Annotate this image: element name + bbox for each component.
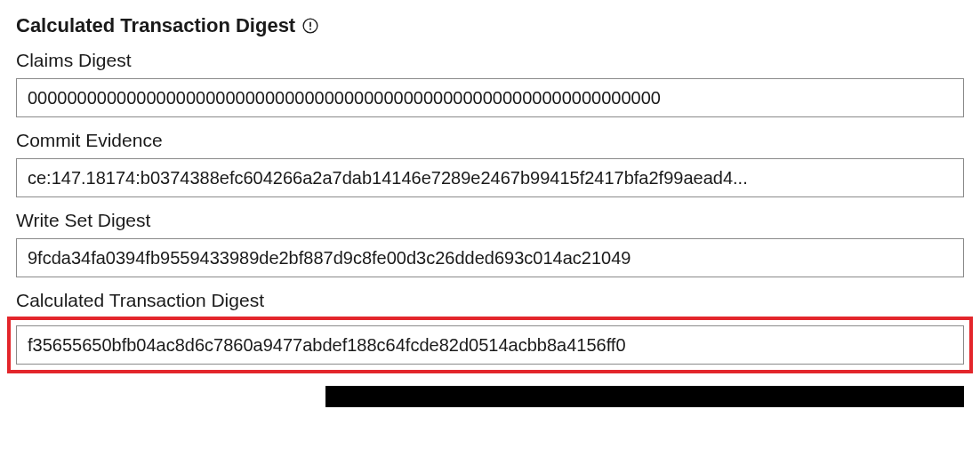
calculated-transaction-digest-label: Calculated Transaction Digest [16,290,964,311]
write-set-digest-field: Write Set Digest [16,210,964,277]
commit-evidence-label: Commit Evidence [16,130,964,151]
section-header: Calculated Transaction Digest [16,14,964,37]
svg-point-2 [309,28,311,30]
commit-evidence-field: Commit Evidence [16,130,964,197]
claims-digest-input[interactable] [16,78,964,117]
claims-digest-label: Claims Digest [16,50,964,71]
claims-digest-field: Claims Digest [16,50,964,117]
calculated-transaction-digest-input[interactable] [16,325,964,365]
bottom-bar [325,386,964,407]
section-title: Calculated Transaction Digest [16,14,295,37]
highlight-annotation [7,317,973,373]
calculated-transaction-digest-field: Calculated Transaction Digest [16,290,964,373]
write-set-digest-input[interactable] [16,238,964,277]
info-icon[interactable] [302,18,318,34]
write-set-digest-label: Write Set Digest [16,210,964,231]
commit-evidence-input[interactable] [16,158,964,197]
